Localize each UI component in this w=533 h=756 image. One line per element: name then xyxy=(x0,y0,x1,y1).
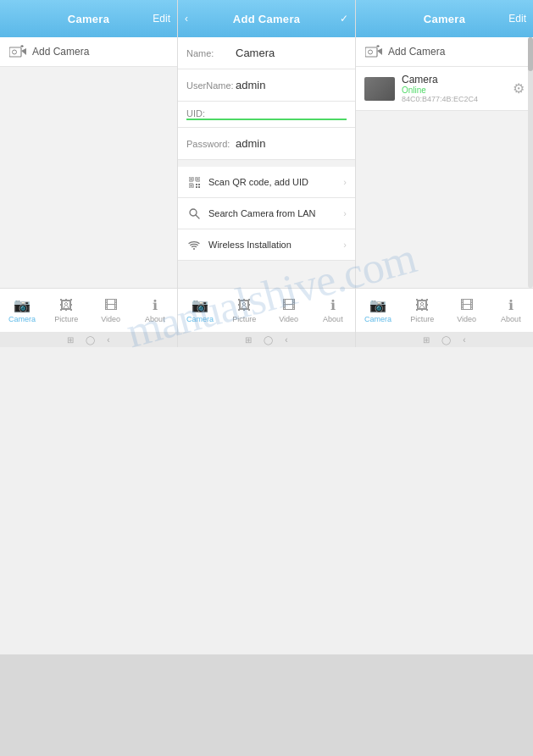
panel2-title: Add Camera xyxy=(233,13,301,25)
tab-video-2[interactable]: 🎞 Video xyxy=(267,289,311,332)
tab-about-2[interactable]: ℹ About xyxy=(311,289,355,332)
video-tab-label-1: Video xyxy=(101,315,120,323)
picture-tab-icon-2: 🖼 xyxy=(237,298,251,313)
camera-uid: 84C0:B477:4B:EC2C4 xyxy=(402,95,509,103)
search-icon xyxy=(186,206,202,221)
svg-text:+: + xyxy=(376,45,380,49)
svg-text:+: + xyxy=(20,45,24,49)
panel3-title: Camera xyxy=(424,13,466,25)
add-camera-row-3[interactable]: + Add Camera xyxy=(356,37,533,67)
video-tab-label-2: Video xyxy=(279,315,298,323)
password-value[interactable]: admin xyxy=(236,137,347,150)
svg-rect-10 xyxy=(196,184,197,185)
panel3-tabbar: 📷 Camera 🖼 Picture 🎞 Video ℹ About xyxy=(356,288,533,332)
gear-icon[interactable]: ⚙ xyxy=(513,80,525,97)
video-tab-icon-1: 🎞 xyxy=(104,298,118,313)
panel-camera-device: Camera Edit + Add Camera xyxy=(356,0,533,347)
bottom-gray-section xyxy=(0,654,533,756)
panel1-edit-btn[interactable]: Edit xyxy=(153,13,170,25)
tab-picture-3[interactable]: 🖼 Picture xyxy=(400,289,444,332)
svg-rect-11 xyxy=(198,184,200,185)
tab-video-1[interactable]: 🎞 Video xyxy=(89,289,133,332)
uid-underline xyxy=(186,119,347,120)
panel1-scroll-bar: ⊞ ◯ ‹ xyxy=(0,332,177,347)
panel3-scrollbar[interactable] xyxy=(528,37,533,288)
panel1-title: Camera xyxy=(68,13,110,25)
camera-status: Online xyxy=(402,86,509,95)
svg-point-2 xyxy=(13,50,17,54)
camera-tab-label-3: Camera xyxy=(364,315,391,323)
tab-video-3[interactable]: 🎞 Video xyxy=(445,289,489,332)
camera-tab-icon-3: 📷 xyxy=(369,297,386,313)
password-label: Password: xyxy=(186,139,236,149)
video-tab-label-3: Video xyxy=(457,315,476,323)
uid-top: UID: xyxy=(186,108,347,119)
picture-tab-label-1: Picture xyxy=(54,315,78,323)
video-tab-icon-2: 🎞 xyxy=(282,298,296,313)
panel-camera-list: Camera Edit + Add Camera 📷 Camera xyxy=(0,0,178,347)
panel1-body: + Add Camera xyxy=(0,37,177,288)
scroll-chevron-left-1: ⊞ xyxy=(67,335,74,345)
username-field: UserName: admin xyxy=(178,69,355,102)
panel3-scroll-bar: ⊞ ◯ ‹ xyxy=(356,332,533,347)
svg-rect-13 xyxy=(198,186,200,188)
name-field: Name: Camera xyxy=(178,37,355,69)
camera-tab-icon-1: 📷 xyxy=(14,297,31,313)
uid-label: UID: xyxy=(186,108,236,119)
option-wireless[interactable]: Wireless Installation › xyxy=(178,229,355,261)
camera-tab-label-1: Camera xyxy=(8,315,36,323)
svg-rect-12 xyxy=(196,186,197,188)
add-camera-label-1: Add Camera xyxy=(32,46,89,58)
tab-camera-3[interactable]: 📷 Camera xyxy=(356,289,400,332)
video-tab-icon-3: 🎞 xyxy=(460,298,474,313)
about-tab-label-1: About xyxy=(145,315,165,323)
option-qr-label: Scan QR code, add UID xyxy=(208,177,343,187)
wifi-icon xyxy=(186,237,202,252)
scroll-icon-1: ⊞ xyxy=(245,335,252,345)
option-wireless-chevron: › xyxy=(343,240,347,250)
password-field: Password: admin xyxy=(178,128,355,160)
option-qr[interactable]: Scan QR code, add UID › xyxy=(178,167,355,198)
panel2-back-btn[interactable]: ‹ xyxy=(185,13,188,25)
camera-name: Camera xyxy=(402,74,509,86)
add-camera-icon-3: + xyxy=(364,44,383,59)
add-camera-label-3: Add Camera xyxy=(388,46,445,58)
about-tab-label-3: About xyxy=(501,315,521,323)
panel1-header: Camera Edit xyxy=(0,0,177,37)
panel2-form-body: Name: Camera UserName: admin UID: Passwo… xyxy=(178,37,355,288)
name-label: Name: xyxy=(186,48,236,58)
panel3-edit-btn[interactable]: Edit xyxy=(508,13,526,25)
about-tab-icon-3: ℹ xyxy=(508,297,514,313)
panel2-scroll-bar: ⊞ ◯ ‹ xyxy=(178,332,355,347)
scrollbar-thumb xyxy=(528,37,533,71)
tab-camera-2[interactable]: 📷 Camera xyxy=(178,289,222,332)
scroll-chevron-mid-1: ◯ xyxy=(86,335,95,345)
option-wireless-label: Wireless Installation xyxy=(208,240,343,250)
username-value[interactable]: admin xyxy=(236,79,347,91)
tab-picture-1[interactable]: 🖼 Picture xyxy=(44,289,88,332)
panel1-tabbar: 📷 Camera 🖼 Picture 🎞 Video ℹ About xyxy=(0,288,177,332)
svg-point-16 xyxy=(193,248,195,250)
name-value[interactable]: Camera xyxy=(236,47,347,59)
panel2-confirm-btn[interactable]: ✓ xyxy=(340,13,348,25)
option-search-lan[interactable]: Search Camera from LAN › xyxy=(178,198,355,229)
tab-about-1[interactable]: ℹ About xyxy=(133,289,177,332)
options-section: Scan QR code, add UID › Search Camera fr… xyxy=(178,167,355,261)
scroll-chevron-right-1: ‹ xyxy=(107,335,109,345)
panel2-header: ‹ Add Camera ✓ xyxy=(178,0,355,37)
picture-tab-label-3: Picture xyxy=(410,315,434,323)
scroll-p3-1: ⊞ xyxy=(423,335,430,345)
tab-camera-1[interactable]: 📷 Camera xyxy=(0,289,44,332)
svg-rect-7 xyxy=(197,178,198,179)
tab-picture-2[interactable]: 🖼 Picture xyxy=(222,289,266,332)
scroll-p3-2: ◯ xyxy=(441,335,451,345)
scroll-icon-2: ◯ xyxy=(264,335,273,345)
camera-tab-label-2: Camera xyxy=(186,315,214,323)
camera-tab-icon-2: 📷 xyxy=(192,297,208,313)
svg-marker-18 xyxy=(377,48,382,55)
scroll-p3-3: ‹ xyxy=(463,335,465,345)
tab-about-3[interactable]: ℹ About xyxy=(489,289,533,332)
svg-point-19 xyxy=(369,50,373,54)
camera-device-row[interactable]: Camera Online 84C0:B477:4B:EC2C4 ⚙ xyxy=(356,67,533,111)
add-camera-row-1[interactable]: + Add Camera xyxy=(0,37,177,67)
